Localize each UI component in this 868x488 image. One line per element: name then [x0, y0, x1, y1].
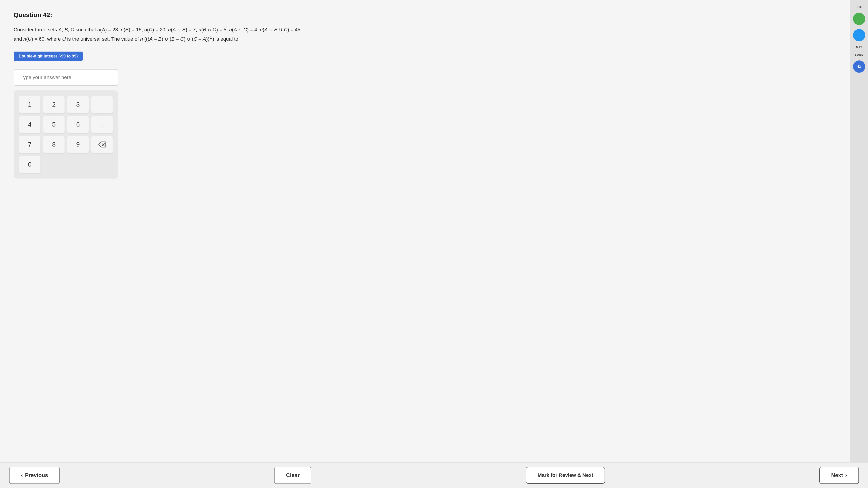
- question-title: Question 42:: [13, 11, 836, 19]
- next-button[interactable]: Next ›: [819, 467, 859, 484]
- answer-input[interactable]: [13, 69, 118, 86]
- backspace-icon: [98, 141, 106, 148]
- numpad-row-1: 1 2 3 –: [19, 96, 113, 113]
- numpad-btn-6[interactable]: 6: [67, 116, 89, 133]
- numpad-btn-empty-2: [67, 156, 89, 173]
- numpad-btn-7[interactable]: 7: [19, 136, 40, 153]
- sidebar-green-btn[interactable]: [853, 13, 865, 25]
- clear-button[interactable]: Clear: [274, 467, 311, 484]
- numpad-btn-2[interactable]: 2: [43, 96, 65, 113]
- sidebar-ins-label: Ins: [857, 4, 862, 9]
- numpad-btn-5[interactable]: 5: [43, 116, 65, 133]
- numpad-row-2: 4 5 6 .: [19, 116, 113, 133]
- numpad-btn-dot[interactable]: .: [91, 116, 113, 133]
- question-body: Consider three sets A, B, C such that n(…: [13, 26, 309, 43]
- numpad: 1 2 3 – 4 5 6 . 7 8 9: [13, 90, 118, 178]
- bottom-nav: ‹ Previous Clear Mark for Review & Next …: [0, 462, 868, 488]
- previous-arrow-icon: ‹: [21, 472, 23, 479]
- answer-input-wrapper: [13, 69, 836, 86]
- answer-type-badge: Double-digit integer (-99 to 99): [13, 52, 83, 61]
- sidebar-section-label: Sectio: [855, 53, 864, 56]
- sidebar-blue-btn[interactable]: [853, 29, 865, 41]
- numpad-row-3: 7 8 9: [19, 136, 113, 153]
- numpad-btn-3[interactable]: 3: [67, 96, 89, 113]
- numpad-btn-empty-3: [91, 156, 113, 173]
- numpad-btn-4[interactable]: 4: [19, 116, 40, 133]
- numpad-btn-0[interactable]: 0: [19, 156, 40, 173]
- sidebar-mat-label: MAT: [856, 45, 862, 49]
- numpad-btn-minus[interactable]: –: [91, 96, 113, 113]
- sidebar-question-num-btn[interactable]: 42: [853, 60, 865, 73]
- mark-review-button[interactable]: Mark for Review & Next: [526, 467, 605, 484]
- previous-button[interactable]: ‹ Previous: [9, 467, 60, 484]
- numpad-row-4: 0: [19, 156, 113, 173]
- numpad-btn-9[interactable]: 9: [67, 136, 89, 153]
- next-arrow-icon: ›: [845, 472, 847, 479]
- numpad-btn-backspace[interactable]: [91, 136, 113, 153]
- numpad-btn-8[interactable]: 8: [43, 136, 65, 153]
- right-sidebar: Ins MAT Sectio 42: [850, 0, 868, 488]
- numpad-btn-1[interactable]: 1: [19, 96, 40, 113]
- numpad-btn-empty-1: [43, 156, 65, 173]
